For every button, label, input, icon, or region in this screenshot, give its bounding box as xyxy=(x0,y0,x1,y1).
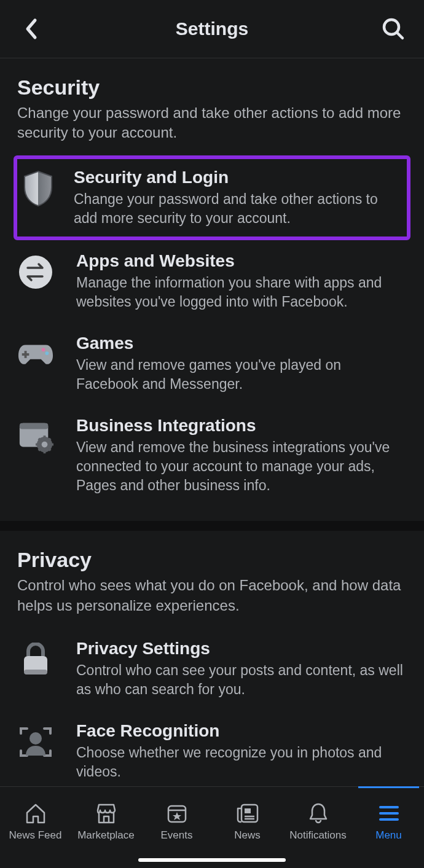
item-business-integrations[interactable]: Business Integrations View and remove th… xyxy=(0,405,424,506)
svg-line-16 xyxy=(49,448,50,450)
item-title: Apps and Websites xyxy=(76,251,407,271)
search-icon xyxy=(382,17,405,41)
item-title: Privacy Settings xyxy=(76,639,407,659)
item-games[interactable]: Games View and remove games you've playe… xyxy=(0,323,424,405)
privacy-items: Privacy Settings Control who can see you… xyxy=(0,628,424,786)
bottom-tab-bar: News Feed Marketplace Events News Notifi… xyxy=(0,786,424,868)
content: Security Change your password and take o… xyxy=(0,58,424,786)
item-desc: View and remove games you've played on F… xyxy=(76,356,407,394)
gamepad-icon xyxy=(17,336,54,373)
section-divider xyxy=(0,521,424,531)
section-security-header: Security Change your password and take o… xyxy=(0,58,424,155)
tab-menu[interactable]: Menu xyxy=(353,787,424,856)
tab-news-feed[interactable]: News Feed xyxy=(0,787,71,856)
item-desc: Change your password and take other acti… xyxy=(74,190,403,228)
section-desc-privacy: Control who sees what you do on Facebook… xyxy=(17,576,407,616)
swap-arrows-icon xyxy=(17,254,54,291)
tab-label: Events xyxy=(161,829,193,842)
svg-point-3 xyxy=(42,348,45,351)
tab-events[interactable]: Events xyxy=(141,787,212,856)
business-gear-icon xyxy=(17,418,54,455)
item-desc: View and remove the business integration… xyxy=(76,438,407,495)
svg-line-17 xyxy=(39,448,41,450)
tab-notifications[interactable]: Notifications xyxy=(283,787,353,856)
tab-label: News Feed xyxy=(9,829,62,842)
tab-label: Marketplace xyxy=(77,829,135,842)
item-security-and-login[interactable]: Security and Login Change your password … xyxy=(14,155,410,240)
svg-point-2 xyxy=(19,256,52,289)
security-items: Security and Login Change your password … xyxy=(0,155,424,521)
lock-icon xyxy=(17,641,54,678)
item-apps-and-websites[interactable]: Apps and Websites Manage the information… xyxy=(0,240,424,323)
item-title: Games xyxy=(76,334,407,353)
svg-point-21 xyxy=(29,732,42,745)
svg-rect-6 xyxy=(22,353,29,356)
section-desc-security: Change your password and take other acti… xyxy=(17,103,407,143)
svg-point-10 xyxy=(42,442,48,448)
menu-icon xyxy=(378,801,400,826)
svg-line-15 xyxy=(39,439,41,440)
bell-icon xyxy=(308,801,329,826)
item-title: Face Recognition xyxy=(76,721,407,741)
tab-label: Notifications xyxy=(289,829,347,842)
item-title: Business Integrations xyxy=(76,416,407,436)
home-icon xyxy=(24,801,47,826)
item-privacy-settings[interactable]: Privacy Settings Control who can see you… xyxy=(0,628,424,710)
section-privacy-header: Privacy Control who sees what you do on … xyxy=(0,531,424,628)
tab-label: Menu xyxy=(375,829,402,842)
section-title-privacy: Privacy xyxy=(17,548,407,572)
chevron-left-icon xyxy=(24,18,37,40)
tab-marketplace[interactable]: Marketplace xyxy=(71,787,141,856)
search-button[interactable] xyxy=(380,15,407,42)
page-title: Settings xyxy=(44,18,380,39)
item-title: Security and Login xyxy=(74,168,403,187)
item-desc: Control who can see your posts and conte… xyxy=(76,661,407,699)
face-recognition-icon xyxy=(17,724,54,760)
item-desc: Manage the information you share with ap… xyxy=(76,273,407,311)
svg-point-4 xyxy=(45,351,49,355)
tab-news[interactable]: News xyxy=(212,787,283,856)
events-icon xyxy=(166,801,188,826)
news-icon xyxy=(235,801,260,826)
section-title-security: Security xyxy=(17,76,407,100)
svg-line-1 xyxy=(397,33,402,38)
home-indicator[interactable] xyxy=(138,858,286,862)
item-face-recognition[interactable]: Face Recognition Choose whether we recog… xyxy=(0,710,424,786)
back-button[interactable] xyxy=(17,15,44,42)
svg-rect-20 xyxy=(24,670,47,674)
svg-rect-25 xyxy=(245,808,251,813)
shield-icon xyxy=(20,170,57,207)
item-desc: Choose whether we recognize you in photo… xyxy=(76,743,407,781)
header: Settings xyxy=(0,0,424,58)
svg-line-18 xyxy=(49,439,50,440)
svg-rect-8 xyxy=(20,423,48,429)
marketplace-icon xyxy=(94,801,119,826)
tab-label: News xyxy=(234,829,261,842)
